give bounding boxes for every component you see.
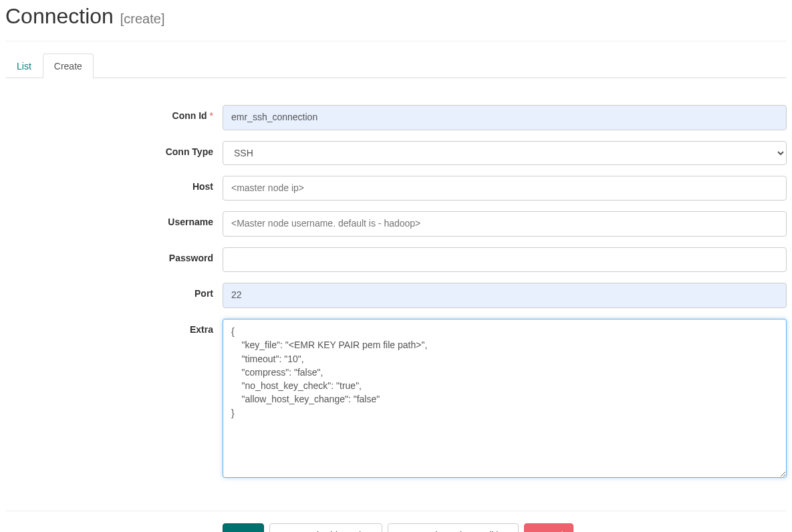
row-conn-type: Conn Type SSH (5, 141, 787, 165)
divider (5, 511, 787, 511)
button-row: Save Save and Add Another Save and Conti… (5, 523, 787, 532)
conn-type-select[interactable]: SSH (223, 141, 787, 165)
page-header: Connection [create] (5, 0, 787, 41)
host-input[interactable] (223, 176, 787, 201)
conn-id-input[interactable] (223, 105, 787, 130)
row-port: Port (5, 283, 787, 308)
form-area: Conn Id Conn Type SSH Host Username (5, 78, 787, 504)
save-continue-button[interactable]: Save and Continue Editing (388, 523, 519, 532)
row-host: Host (5, 176, 787, 201)
label-host: Host (5, 176, 223, 192)
label-conn-id: Conn Id (5, 105, 223, 121)
tab-create[interactable]: Create (43, 53, 94, 78)
label-conn-type: Conn Type (5, 141, 223, 157)
extra-textarea[interactable]: { "key_file": "<EMR KEY PAIR pem file pa… (223, 319, 787, 478)
tabs-container: List Create (5, 53, 787, 78)
label-extra: Extra (5, 319, 223, 335)
page-subtitle: [create] (120, 11, 165, 26)
row-extra: Extra { "key_file": "<EMR KEY PAIR pem f… (5, 319, 787, 480)
port-input[interactable] (223, 283, 787, 308)
save-add-another-button[interactable]: Save and Add Another (269, 523, 382, 532)
label-port: Port (5, 283, 223, 299)
row-conn-id: Conn Id (5, 105, 787, 130)
row-username: Username (5, 211, 787, 237)
label-password: Password (5, 247, 223, 263)
username-input[interactable] (223, 211, 787, 237)
page-title: Connection (5, 4, 114, 28)
password-input[interactable] (223, 247, 787, 273)
tab-list[interactable]: List (5, 53, 43, 78)
cancel-button[interactable]: Cancel (524, 523, 573, 532)
label-username: Username (5, 211, 223, 227)
save-button[interactable]: Save (223, 523, 264, 532)
row-password: Password (5, 247, 787, 273)
